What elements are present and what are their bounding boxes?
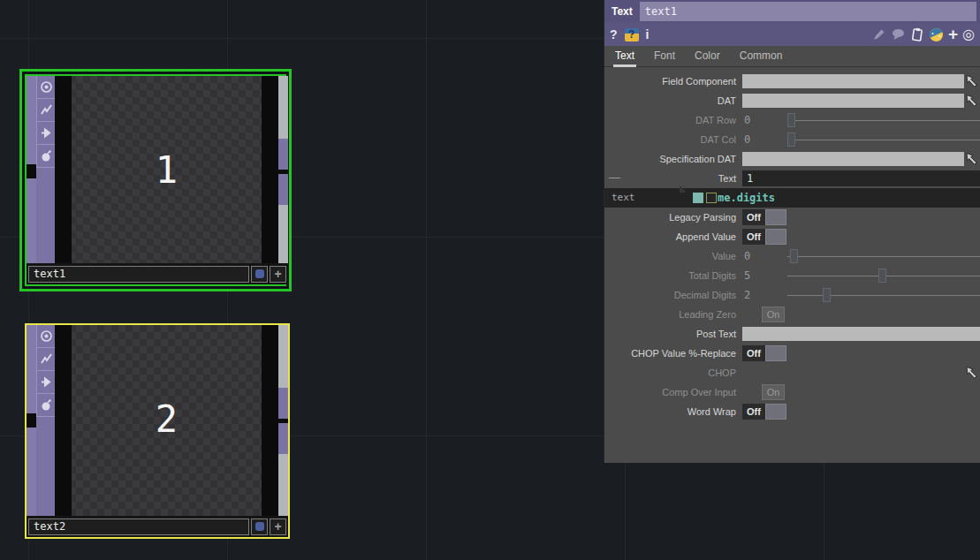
node-input-strip[interactable] [27, 325, 36, 516]
param-row-append-value: Append ValueOff [604, 227, 980, 246]
param-label: Leading Zero [604, 305, 736, 324]
op-reference-field[interactable] [742, 74, 964, 88]
param-value[interactable]: 0 [744, 130, 750, 149]
param-row-decimal-digits: Decimal Digits2 [604, 285, 980, 305]
output-connector[interactable] [278, 174, 288, 205]
tab-common[interactable]: Common [740, 46, 783, 67]
node-name-bar: text2+ [27, 516, 288, 537]
toggle-switch[interactable]: Off [742, 229, 786, 245]
node-output-strip[interactable] [278, 76, 288, 267]
output-connector[interactable] [278, 388, 288, 419]
node-viewer[interactable]: 2text2+ [27, 325, 288, 537]
python-icon[interactable] [929, 27, 944, 42]
top-viewer[interactable]: 2 [55, 325, 278, 516]
param-tabs: TextFontColorCommon [604, 46, 980, 67]
op-type-label: Text [604, 5, 640, 18]
param-value-field[interactable]: 1 [742, 170, 980, 186]
target-icon[interactable]: ◎ [962, 27, 975, 42]
param-label: CHOP [604, 363, 736, 382]
info-button[interactable]: i [646, 27, 650, 42]
slider-track[interactable] [787, 256, 980, 257]
lightning-icon[interactable] [36, 99, 55, 122]
toggle-knob [765, 229, 786, 245]
param-row-text: textme.digits [604, 188, 980, 208]
toggle-state-label: Off [742, 345, 765, 361]
node-name-field[interactable]: text2 [28, 518, 249, 535]
slider-handle[interactable] [787, 113, 795, 127]
slider-handle[interactable] [823, 288, 831, 302]
op-pick-arrow-icon[interactable] [964, 152, 979, 166]
node-add-button[interactable]: + [270, 518, 286, 535]
param-row-text: —Text1 [604, 169, 980, 188]
lightning-icon[interactable] [36, 348, 55, 371]
toggle-button[interactable]: On [762, 384, 785, 400]
operator-node-text1[interactable]: 1text1+ [19, 69, 292, 291]
expression-text[interactable]: me.digits [718, 188, 775, 208]
tab-color[interactable]: Color [695, 46, 720, 67]
arrow-icon[interactable] [36, 122, 55, 145]
copy-icon[interactable] [910, 27, 924, 42]
slider-handle[interactable] [878, 269, 886, 283]
param-label: Total Digits [604, 266, 736, 285]
expression-mode-square[interactable] [693, 193, 703, 203]
arrow-icon[interactable] [36, 371, 55, 394]
toggle-state-label: Off [742, 209, 765, 225]
display-icon[interactable] [36, 325, 55, 348]
op-name-field[interactable]: text1 [640, 2, 976, 21]
op-reference-field[interactable] [742, 152, 964, 166]
op-pick-arrow-icon[interactable] [964, 94, 979, 108]
top-viewer[interactable]: 1 [55, 76, 278, 267]
param-value[interactable]: 5 [744, 266, 750, 285]
param-value[interactable]: 0 [744, 246, 750, 266]
plus-icon[interactable]: + [948, 30, 958, 39]
operator-node-text2[interactable]: 2text2+ [25, 323, 290, 539]
output-connector[interactable] [278, 139, 288, 170]
node-input-strip[interactable] [27, 76, 36, 267]
param-row-chop-value-replace: CHOP Value %-ReplaceOff [604, 344, 980, 363]
text-input-field[interactable] [742, 327, 980, 341]
rendered-text: 1 [55, 148, 278, 192]
op-pick-arrow-icon[interactable] [964, 74, 979, 88]
slider-track[interactable] [787, 140, 980, 140]
param-label: Text [604, 169, 736, 188]
bomb-icon[interactable] [36, 145, 55, 168]
toggle-state-label: Off [742, 229, 765, 245]
slider-track[interactable] [787, 120, 980, 121]
toggle-button[interactable]: On [762, 306, 785, 322]
op-pick-arrow-icon[interactable] [964, 366, 979, 380]
node-body: 1 [27, 76, 288, 267]
node-viewer[interactable]: 1text1+ [25, 74, 286, 286]
tab-font[interactable]: Font [654, 46, 675, 67]
input-connector[interactable] [27, 164, 36, 178]
toggle-switch[interactable]: Off [742, 404, 786, 420]
output-connector[interactable] [278, 423, 288, 454]
bomb-icon[interactable] [36, 394, 55, 417]
toggle-switch[interactable]: Off [742, 209, 786, 225]
node-color-button[interactable] [251, 266, 268, 283]
slider-handle[interactable] [790, 249, 798, 263]
help-button[interactable]: ? [610, 27, 618, 42]
network-editor[interactable]: 1text1+2text2+ Text text1 ? ? i + ◎ Text… [0, 0, 980, 560]
param-row-value: Value0 [604, 246, 980, 266]
param-value[interactable]: 0 [744, 110, 750, 130]
op-reference-field[interactable] [742, 94, 964, 108]
node-name-field[interactable]: text1 [28, 266, 249, 283]
param-label: DAT [604, 91, 736, 110]
slider-handle[interactable] [787, 132, 795, 147]
tab-text[interactable]: Text [615, 46, 634, 67]
export-mode-square[interactable] [706, 193, 717, 203]
node-name-bar: text1+ [27, 263, 288, 284]
toggle-knob [765, 345, 786, 361]
python-help-icon[interactable]: ? [625, 28, 639, 42]
node-output-strip[interactable] [278, 325, 288, 516]
node-color-button[interactable] [251, 518, 268, 535]
comment-icon[interactable] [891, 27, 906, 42]
param-label: DAT Row [604, 110, 736, 130]
param-value[interactable]: 2 [744, 285, 750, 305]
node-add-button[interactable]: + [270, 266, 286, 283]
pencil-icon[interactable] [872, 27, 886, 42]
input-connector[interactable] [27, 413, 36, 428]
display-icon[interactable] [36, 76, 55, 99]
toggle-switch[interactable]: Off [742, 345, 786, 361]
slider-track[interactable] [787, 295, 980, 296]
